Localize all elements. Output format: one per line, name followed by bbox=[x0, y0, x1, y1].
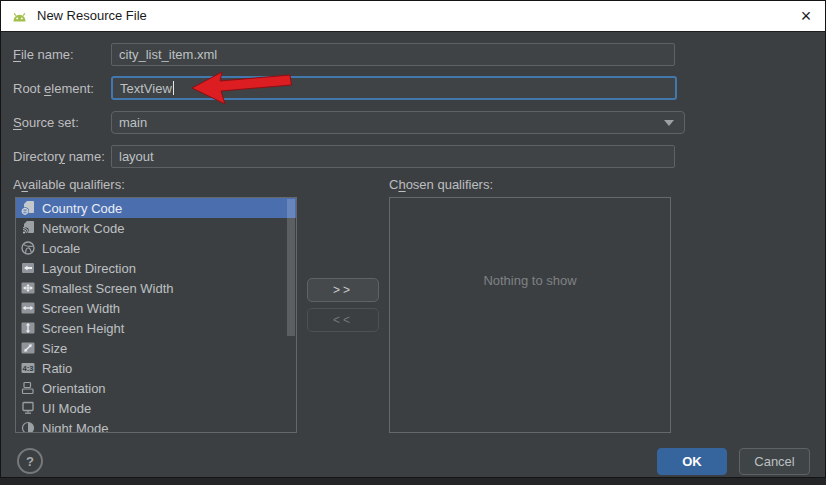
chevron-down-icon bbox=[664, 120, 674, 126]
list-scrollbar[interactable] bbox=[287, 199, 295, 336]
qualifier-label: Night Mode bbox=[42, 421, 108, 434]
smallest-screen-width-icon bbox=[20, 280, 36, 296]
qualifier-label: UI Mode bbox=[42, 401, 91, 416]
qualifier-label: Locale bbox=[42, 241, 80, 256]
text-cursor bbox=[173, 81, 174, 95]
qualifier-row-layout-direction[interactable]: Layout Direction bbox=[16, 258, 296, 278]
qualifier-label: Screen Width bbox=[42, 301, 120, 316]
new-resource-file-dialog: New Resource File × File name: Root elem… bbox=[0, 0, 826, 478]
help-button[interactable]: ? bbox=[17, 448, 43, 474]
svg-text:4:3: 4:3 bbox=[23, 364, 34, 373]
qualifier-row-country-code[interactable]: Country Code bbox=[16, 198, 296, 218]
add-qualifier-button[interactable]: >> bbox=[307, 278, 379, 302]
file-name-label: File name: bbox=[13, 47, 74, 62]
root-element-label: Root element: bbox=[13, 81, 94, 96]
screen-height-icon bbox=[20, 320, 36, 336]
qualifier-row-ui-mode[interactable]: UI Mode bbox=[16, 398, 296, 418]
chosen-qualifiers-list: Nothing to show bbox=[389, 197, 671, 433]
empty-state-text: Nothing to show bbox=[390, 273, 670, 288]
ui-mode-icon bbox=[20, 400, 36, 416]
chosen-qualifiers-label: Chosen qualifiers: bbox=[389, 177, 493, 192]
qualifier-label: Layout Direction bbox=[42, 261, 136, 276]
ok-button[interactable]: OK bbox=[657, 448, 727, 475]
qualifier-row-orientation[interactable]: Orientation bbox=[16, 378, 296, 398]
directory-name-label: Directory name: bbox=[13, 149, 105, 164]
qualifier-row-smallest-screen-width[interactable]: Smallest Screen Width bbox=[16, 278, 296, 298]
qualifier-label: Network Code bbox=[42, 221, 124, 236]
qualifier-label: Ratio bbox=[42, 361, 72, 376]
close-icon[interactable]: × bbox=[793, 3, 819, 29]
qualifier-label: Country Code bbox=[42, 201, 122, 216]
qualifier-row-network-code[interactable]: Network Code bbox=[16, 218, 296, 238]
qualifier-row-night-mode[interactable]: Night Mode bbox=[16, 418, 296, 433]
title-bar: New Resource File × bbox=[1, 1, 825, 32]
source-set-label: Source set: bbox=[13, 115, 79, 130]
qualifier-row-ratio[interactable]: 4:3 Ratio bbox=[16, 358, 296, 378]
country-code-icon bbox=[20, 200, 36, 216]
ratio-icon: 4:3 bbox=[20, 360, 36, 376]
qualifier-row-locale[interactable]: Locale bbox=[16, 238, 296, 258]
network-code-icon bbox=[20, 220, 36, 236]
size-icon bbox=[20, 340, 36, 356]
qualifier-label: Screen Height bbox=[42, 321, 124, 336]
directory-name-input[interactable]: layout bbox=[111, 145, 675, 168]
available-qualifiers-label: Available qualifiers: bbox=[13, 177, 125, 192]
dialog-title: New Resource File bbox=[37, 8, 147, 23]
qualifier-label: Orientation bbox=[42, 381, 106, 396]
layout-direction-icon bbox=[20, 260, 36, 276]
screen-width-icon bbox=[20, 300, 36, 316]
qualifier-label: Smallest Screen Width bbox=[42, 281, 174, 296]
locale-icon bbox=[20, 240, 36, 256]
qualifier-row-size[interactable]: Size bbox=[16, 338, 296, 358]
android-icon bbox=[11, 8, 28, 24]
qualifier-row-screen-height[interactable]: Screen Height bbox=[16, 318, 296, 338]
root-element-input[interactable]: TextView bbox=[111, 76, 677, 100]
night-mode-icon bbox=[20, 420, 36, 433]
source-set-select[interactable]: main bbox=[111, 111, 685, 134]
cancel-button[interactable]: Cancel bbox=[739, 448, 810, 475]
file-name-input[interactable]: city_list_item.xml bbox=[111, 43, 675, 66]
qualifier-row-screen-width[interactable]: Screen Width bbox=[16, 298, 296, 318]
orientation-icon bbox=[20, 380, 36, 396]
remove-qualifier-button[interactable]: << bbox=[307, 308, 379, 332]
available-qualifiers-list: Country Code Network Code Locale bbox=[15, 197, 297, 433]
qualifier-label: Size bbox=[42, 341, 67, 356]
